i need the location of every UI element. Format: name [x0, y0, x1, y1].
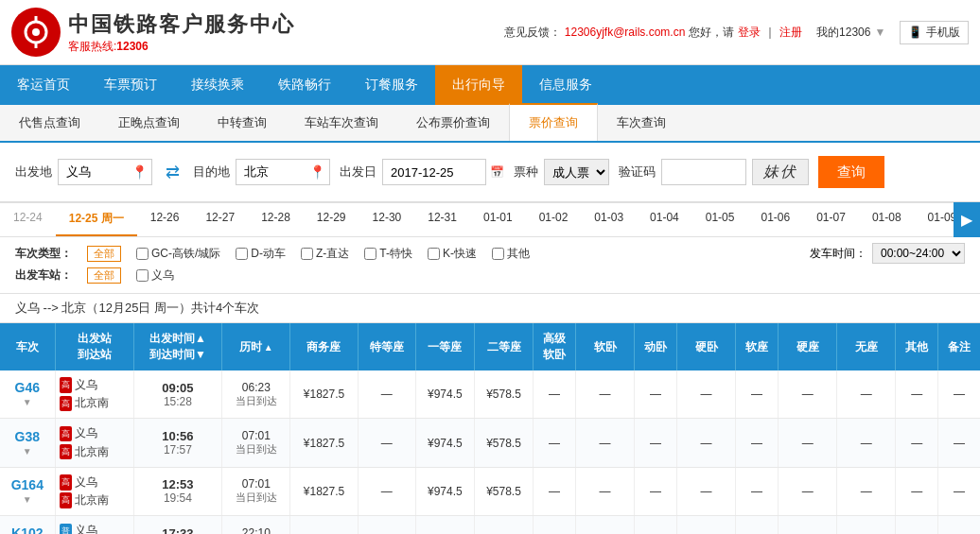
date-tab-1227[interactable]: 12-27 — [192, 203, 248, 236]
date-tab-1225[interactable]: 12-25 周一 — [56, 203, 137, 236]
filter-k-checkbox[interactable] — [428, 248, 440, 260]
filter-z-checkbox[interactable] — [301, 248, 313, 260]
filter-d-label[interactable]: D-动车 — [251, 246, 286, 262]
hotline: 客服热线:12306 — [68, 39, 295, 55]
train-id-link[interactable]: G38 — [15, 429, 40, 444]
nav-item-guide[interactable]: 出行向导 — [435, 65, 522, 105]
nav-item-home[interactable]: 客运首页 — [0, 65, 87, 105]
train-id-link[interactable]: G46 — [15, 380, 40, 395]
col-stations: 出发站到达站 — [55, 323, 133, 370]
col-remark: 备注 — [938, 323, 980, 370]
subnav-train[interactable]: 车次查询 — [598, 105, 685, 141]
time-select[interactable]: 00:00~24:00 — [872, 243, 965, 264]
swap-button[interactable]: ⇄ — [162, 162, 184, 182]
duration-cell: 07:01 当日到达 — [222, 467, 290, 515]
filter-yiwu-station: 义乌 — [136, 267, 174, 284]
train-expand-icon[interactable]: ▼ — [23, 397, 32, 407]
subnav-price-public[interactable]: 公布票价查询 — [397, 105, 509, 141]
remark-cell: — — [938, 370, 980, 419]
col-duration: 历时▲ — [222, 323, 290, 370]
train-id-link[interactable]: K102 — [11, 525, 43, 534]
time-cell: 17:33 15:43 — [133, 516, 222, 534]
filter-d-checkbox[interactable] — [236, 248, 248, 260]
login-link[interactable]: 登录 — [738, 25, 761, 41]
filter-other-checkbox[interactable] — [492, 248, 504, 260]
train-expand-icon[interactable]: ▼ — [23, 446, 32, 456]
train-id-cell: G164 ▼ — [0, 467, 55, 515]
date-scroll-right-button[interactable]: ▶ — [954, 202, 980, 237]
type-filter-label: 车次类型： — [15, 246, 72, 262]
subnav-delay[interactable]: 正晚点查询 — [99, 105, 199, 141]
nav-item-ticket[interactable]: 车票预订 — [87, 65, 174, 105]
station-yiwu-checkbox[interactable] — [136, 269, 149, 282]
date-tab-1226[interactable]: 12-26 — [137, 203, 193, 236]
filter-gc-label[interactable]: GC-高铁/城际 — [151, 246, 220, 262]
subnav-price[interactable]: 票价查询 — [509, 103, 598, 141]
captcha-input[interactable] — [661, 159, 746, 185]
feedback-link[interactable]: 12306yjfk@rails.com.cn — [565, 26, 686, 39]
date-tab-1229[interactable]: 12-29 — [304, 203, 359, 236]
date-tab-0107[interactable]: 01-07 — [803, 203, 859, 236]
captcha-image[interactable]: 妹伏 — [752, 159, 809, 185]
business-seat: ¥1827.5 — [290, 419, 358, 467]
phone-btn[interactable]: 📱 手机版 — [900, 21, 969, 44]
register-link[interactable]: 注册 — [779, 25, 802, 41]
filter-z-label[interactable]: Z-直达 — [316, 246, 349, 262]
station-all-button[interactable]: 全部 — [87, 267, 121, 284]
second-seat: ¥578.5 — [474, 370, 533, 419]
ticket-select[interactable]: 成人票 儿童票 学生票 — [544, 159, 609, 185]
date-tab-0105[interactable]: 01-05 — [692, 203, 748, 236]
depart-time: 09:05 — [138, 381, 219, 395]
date-tab-0106[interactable]: 01-06 — [747, 203, 803, 236]
filter-t-label[interactable]: T-特快 — [379, 246, 412, 262]
move-sleeper: — — [635, 467, 677, 515]
date-tab-0108[interactable]: 01-08 — [859, 203, 915, 236]
date-tab-0102[interactable]: 01-02 — [526, 203, 582, 236]
nav-item-travel[interactable]: 铁路畅行 — [261, 65, 348, 105]
hard-seat: — — [779, 419, 837, 467]
no-seat: — — [837, 370, 896, 419]
filter-gc: GC-高铁/城际 — [136, 246, 220, 262]
date-tab-1228[interactable]: 12-28 — [248, 203, 304, 236]
train-id-link[interactable]: G164 — [11, 477, 44, 492]
from-station-row: 普 义乌 — [60, 522, 130, 534]
subnav-agency[interactable]: 代售点查询 — [0, 105, 99, 141]
filter-k-label[interactable]: K-快速 — [443, 246, 477, 262]
time-cell: 12:53 19:54 — [133, 467, 222, 515]
date-tab-0101[interactable]: 01-01 — [470, 203, 526, 236]
date-tab-0103[interactable]: 01-03 — [581, 203, 637, 236]
filter-gc-checkbox[interactable] — [136, 248, 149, 260]
query-button[interactable]: 查询 — [818, 156, 884, 188]
filter-other-label[interactable]: 其他 — [507, 246, 530, 262]
filter-t-checkbox[interactable] — [364, 248, 376, 260]
date-tab-1224[interactable]: 12-24 — [0, 203, 56, 236]
date-tab-0109[interactable]: 01-09 — [915, 203, 954, 236]
sub-nav: 代售点查询 正晚点查询 中转查询 车站车次查询 公布票价查询 票价查询 车次查询 — [0, 105, 980, 143]
to-station: 北京南 — [75, 491, 109, 509]
logo-text: 中国铁路客户服务中心 客服热线:12306 — [68, 10, 295, 55]
filter-d: D-动车 — [236, 246, 286, 262]
date-tab-0104[interactable]: 01-04 — [637, 203, 692, 236]
duration-time: 07:01 — [226, 477, 286, 491]
nav-item-meal[interactable]: 订餐服务 — [348, 65, 435, 105]
type-all-button[interactable]: 全部 — [87, 246, 121, 262]
top-links: 意见反馈： 12306yjfk@rails.com.cn 您好，请 登录 ｜ 注… — [504, 21, 969, 44]
subnav-transfer[interactable]: 中转查询 — [199, 105, 286, 141]
date-tab-1230[interactable]: 12-30 — [359, 203, 415, 236]
nav-item-transfer[interactable]: 接续换乘 — [174, 65, 261, 105]
date-input[interactable] — [382, 159, 486, 185]
subnav-station[interactable]: 车站车次查询 — [286, 105, 397, 141]
calendar-icon[interactable]: 📅 — [490, 165, 504, 179]
from-station: 义乌 — [75, 424, 97, 442]
date-input-wrap: 📅 — [382, 159, 504, 185]
date-tab-1231[interactable]: 12-31 — [414, 203, 470, 236]
special-seat: — — [358, 419, 415, 467]
hard-seat: ¥201.0 — [779, 516, 837, 534]
station-yiwu-label[interactable]: 义乌 — [151, 267, 174, 284]
station-cell: 高 义乌 高 北京南 — [55, 419, 133, 467]
station-cell: 高 义乌 高 北京南 — [55, 467, 133, 515]
duration-cell: 07:01 当日到达 — [222, 419, 290, 467]
nav-item-info[interactable]: 信息服务 — [522, 65, 609, 105]
move-sleeper: — — [635, 516, 677, 534]
train-expand-icon[interactable]: ▼ — [23, 494, 32, 505]
